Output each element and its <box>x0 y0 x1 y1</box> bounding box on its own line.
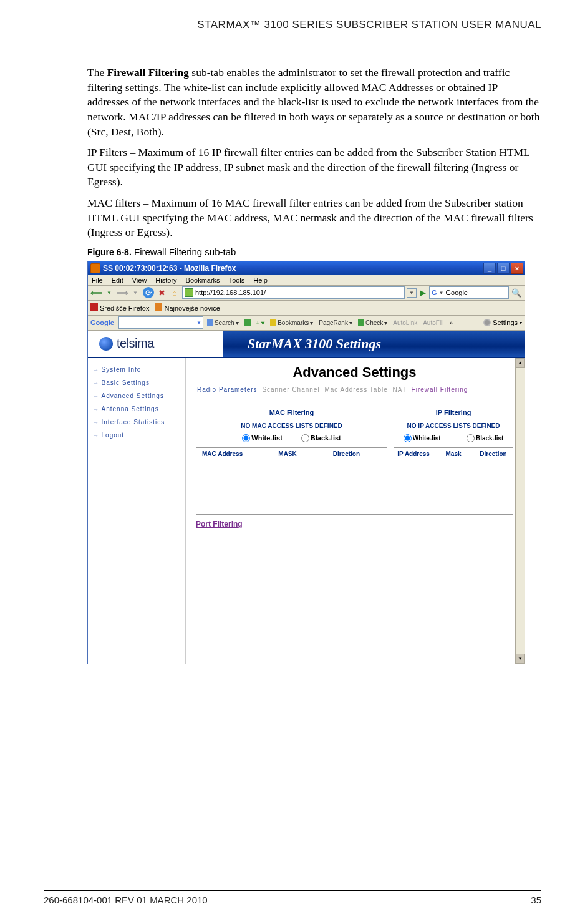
search-engine: Google <box>445 289 467 296</box>
ip-blacklist-radio[interactable]: Black-list <box>467 434 503 442</box>
mac-blacklist-radio[interactable]: Black-list <box>301 434 341 442</box>
gtb-check[interactable]: Check ▾ <box>356 319 389 326</box>
window-titlebar: SS 00:02:73:00:12:63 - Mozilla Firefox _… <box>88 261 525 275</box>
panel-heading: Advanced Settings <box>196 364 513 381</box>
paragraph-1: The Firewall Filtering sub-tab enables t… <box>87 66 541 139</box>
firefox-icon <box>90 263 100 273</box>
gtb-pagerank[interactable]: PageRank ▾ <box>317 319 354 326</box>
forward-dropdown[interactable]: ▼ <box>130 287 141 298</box>
url-bar[interactable]: http://192.168.185.101/ <box>182 286 405 299</box>
figure-title: Firewall Filtering sub-tab <box>132 246 236 257</box>
figure-caption: Figure 6-8. Firewall Filtering sub-tab <box>87 246 541 257</box>
ip-filtering-section: IP Filtering NO IP ACCESS LISTS DEFINED … <box>394 404 513 460</box>
search-bar[interactable]: G ▼ Google <box>429 286 509 299</box>
ip-table-header: IP Address Mask Direction <box>394 447 513 460</box>
sidebar-item-antenna-settings[interactable]: Antenna Settings <box>90 402 183 416</box>
forward-button[interactable]: ⟹ <box>117 287 128 298</box>
ip-col-address: IP Address <box>394 450 433 457</box>
sidebar-item-advanced-settings[interactable]: Advanced Settings <box>90 389 183 402</box>
site-icon <box>185 288 193 297</box>
go-button[interactable]: ▶ <box>418 289 427 297</box>
menu-view[interactable]: View <box>131 276 148 284</box>
subtab-scanner-channel[interactable]: Scanner Channel <box>261 386 321 393</box>
mac-col-direction: Direction <box>333 450 387 457</box>
gtb-autofill[interactable]: AutoFill <box>421 319 445 326</box>
gtb-settings[interactable]: Settings <box>493 319 518 326</box>
page-content: telsima StarMAX 3100 Settings System Inf… <box>88 331 525 664</box>
p1-strong: Firewall Filtering <box>107 66 189 79</box>
ip-filtering-title[interactable]: IP Filtering <box>394 409 513 416</box>
rss-icon <box>155 303 162 311</box>
ip-col-mask: Mask <box>433 450 473 457</box>
reload-button[interactable]: ⟳ <box>143 287 154 298</box>
maximize-button[interactable]: □ <box>497 263 510 274</box>
bookmark-1-label: Središče Firefox <box>100 304 149 312</box>
menu-file[interactable]: File <box>90 276 104 284</box>
menu-history[interactable]: History <box>154 276 178 284</box>
figure-label: Figure 6-8. <box>87 247 132 257</box>
bookmark-1[interactable]: Središče Firefox <box>90 303 149 312</box>
window-title: SS 00:02:73:00:12:63 - Mozilla Firefox <box>103 264 483 273</box>
logo-icon <box>99 337 113 351</box>
menu-help[interactable]: Help <box>252 276 269 284</box>
sidebar-item-basic-settings[interactable]: Basic Settings <box>90 376 183 389</box>
gtb-highlighter[interactable] <box>243 319 253 326</box>
scrollbar[interactable]: ▲ ▼ <box>515 358 525 664</box>
sidebar-item-system-info[interactable]: System Info <box>90 363 183 376</box>
minimize-button[interactable]: _ <box>483 263 496 274</box>
menubar: File Edit View History Bookmarks Tools H… <box>88 275 525 286</box>
logo: telsima <box>88 331 223 357</box>
paragraph-2: IP Filters – Maximum of 16 IP firewall f… <box>87 145 541 190</box>
port-filtering-link[interactable]: Port Filtering <box>196 515 513 528</box>
google-toolbar: Google ▼ Search ▾ + ▾ Bookmarks▾ PageRan… <box>88 316 525 331</box>
p1-pre: The <box>87 66 107 79</box>
check-icon <box>358 319 364 326</box>
close-button[interactable]: × <box>511 263 523 274</box>
menu-edit[interactable]: Edit <box>110 276 125 284</box>
back-dropdown[interactable]: ▼ <box>104 287 115 298</box>
bookmarks-toolbar: Središče Firefox Najnovejše novice <box>88 301 525 316</box>
bookmark-2[interactable]: Najnovejše novice <box>155 303 220 312</box>
url-dropdown[interactable]: ▼ <box>407 288 417 298</box>
subtab-nat[interactable]: NAT <box>392 386 408 393</box>
sidebar-item-interface-statistics[interactable]: Interface Statistics <box>90 416 183 429</box>
google-toolbar-label: Google <box>90 319 117 326</box>
menu-bookmarks[interactable]: Bookmarks <box>185 276 221 284</box>
subtabs: Radio Parameters Scanner Channel Mac Add… <box>196 384 513 397</box>
subtab-radio-parameters[interactable]: Radio Parameters <box>196 386 259 393</box>
ip-whitelist-label: White-list <box>413 435 441 442</box>
gtb-search[interactable]: Search ▾ <box>205 319 241 326</box>
ip-col-direction: Direction <box>473 450 513 457</box>
scroll-down-icon[interactable]: ▼ <box>516 654 525 664</box>
gtb-bookmarks[interactable]: Bookmarks▾ <box>268 319 315 326</box>
page-footer: 260-668104-001 REV 01 MARCH 2010 35 <box>44 890 541 905</box>
mac-filtering-section: MAC Filtering NO MAC ACCESS LISTS DEFINE… <box>196 404 394 460</box>
subtab-firewall-filtering[interactable]: Firewall Filtering <box>410 386 470 393</box>
menu-tools[interactable]: Tools <box>228 276 246 284</box>
gtb-add[interactable]: + ▾ <box>254 319 267 326</box>
search-icon <box>207 319 213 326</box>
gtb-more[interactable]: » <box>448 319 455 326</box>
home-button[interactable]: ⌂ <box>169 287 180 298</box>
ip-whitelist-radio[interactable]: White-list <box>404 434 441 442</box>
gtb-autolink[interactable]: AutoLink <box>391 319 419 326</box>
ip-no-lists: NO IP ACCESS LISTS DEFINED <box>394 422 513 429</box>
mac-no-lists: NO MAC ACCESS LISTS DEFINED <box>196 422 387 429</box>
back-button[interactable]: ⟸ <box>90 287 102 298</box>
google-search-field[interactable]: ▼ <box>118 316 203 329</box>
mac-filtering-title[interactable]: MAC Filtering <box>196 409 387 416</box>
ip-blacklist-label: Black-list <box>476 435 503 442</box>
bookmark-2-label: Najnovejše novice <box>164 304 220 312</box>
footer-left: 260-668104-001 REV 01 MARCH 2010 <box>44 895 208 905</box>
url-text: http://192.168.185.101/ <box>195 289 266 296</box>
banner-title: StarMAX 3100 Settings <box>223 331 525 357</box>
star-icon <box>270 319 276 326</box>
mac-whitelist-radio[interactable]: White-list <box>242 434 283 442</box>
main-panel: ▲ ▼ Advanced Settings Radio Parameters S… <box>186 358 525 664</box>
subtab-mac-address-table[interactable]: Mac Address Table <box>323 386 389 393</box>
paragraph-3: MAC filters – Maximum of 16 MAC firewall… <box>87 196 541 240</box>
sidebar-item-logout[interactable]: Logout <box>90 429 183 442</box>
search-go-icon[interactable]: 🔍 <box>511 287 522 298</box>
scroll-up-icon[interactable]: ▲ <box>516 358 525 368</box>
stop-button[interactable]: ✖ <box>156 287 167 298</box>
